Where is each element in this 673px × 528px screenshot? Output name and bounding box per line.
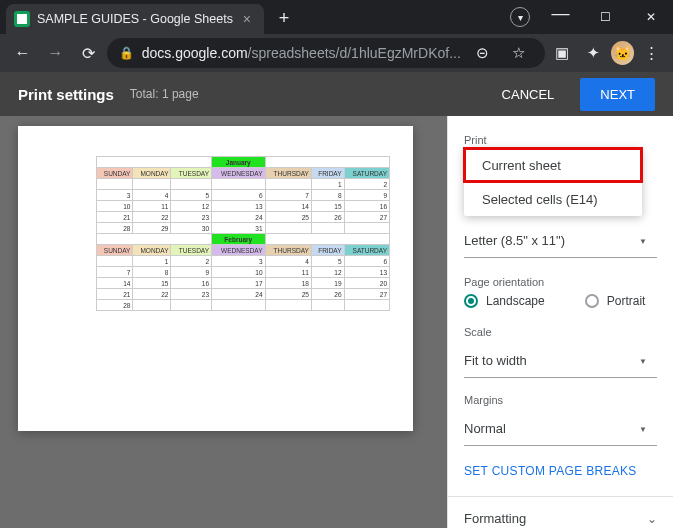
back-button[interactable]: ← bbox=[8, 38, 37, 68]
address-bar: ← → ⟳ 🔒 docs.google.com/spreadsheets/d/1… bbox=[0, 34, 673, 72]
orientation-label: Page orientation bbox=[464, 276, 657, 288]
menu-icon[interactable]: ⋮ bbox=[638, 39, 665, 67]
margins-label: Margins bbox=[464, 394, 657, 406]
set-custom-page-breaks-link[interactable]: SET CUSTOM PAGE BREAKS bbox=[464, 464, 657, 478]
preview-page: January SUNDAYMONDAYTUESDAYWEDNESDAYTHUR… bbox=[18, 126, 413, 431]
extensions-icon[interactable]: ✦ bbox=[580, 39, 607, 67]
reading-list-icon[interactable]: ▣ bbox=[549, 39, 576, 67]
browser-tab[interactable]: SAMPLE GUIDES - Google Sheets × bbox=[6, 4, 264, 34]
cancel-button[interactable]: CANCEL bbox=[492, 87, 565, 102]
url-input[interactable]: 🔒 docs.google.com/spreadsheets/d/1hluEgz… bbox=[107, 38, 545, 68]
margins-select[interactable]: Normal ▼ bbox=[464, 412, 657, 446]
main-area: January SUNDAYMONDAYTUESDAYWEDNESDAYTHUR… bbox=[0, 116, 673, 528]
reload-button[interactable]: ⟳ bbox=[74, 38, 103, 68]
window-close-button[interactable]: ✕ bbox=[628, 2, 673, 32]
chevron-down-icon: ▼ bbox=[639, 356, 647, 365]
scale-label: Scale bbox=[464, 326, 657, 338]
landscape-label: Landscape bbox=[486, 294, 545, 308]
scale-value: Fit to width bbox=[464, 353, 527, 368]
radio-unchecked-icon bbox=[585, 294, 599, 308]
preview-sheet-table: January SUNDAYMONDAYTUESDAYWEDNESDAYTHUR… bbox=[96, 156, 390, 311]
orientation-portrait-radio[interactable]: Portrait bbox=[585, 294, 646, 308]
url-text: docs.google.com/spreadsheets/d/1hluEgzMr… bbox=[142, 45, 461, 61]
tab-search-icon[interactable]: ▾ bbox=[510, 7, 530, 27]
print-settings-header: Print settings Total: 1 page CANCEL NEXT bbox=[0, 72, 673, 116]
chevron-down-icon: ▼ bbox=[639, 424, 647, 433]
profile-avatar[interactable]: 🐱 bbox=[611, 41, 634, 65]
formatting-label: Formatting bbox=[464, 511, 526, 526]
paper-size-select[interactable]: Letter (8.5" x 11") ▼ bbox=[464, 224, 657, 258]
print-preview: January SUNDAYMONDAYTUESDAYWEDNESDAYTHUR… bbox=[0, 116, 447, 528]
bookmark-icon[interactable]: ☆ bbox=[505, 39, 533, 67]
window-minimize-button[interactable]: — bbox=[538, 0, 583, 28]
zoom-icon[interactable]: ⊝ bbox=[469, 39, 497, 67]
print-target-dropdown: Current sheet Selected cells (E14) bbox=[464, 148, 642, 216]
forward-button[interactable]: → bbox=[41, 38, 70, 68]
print-sidebar: Print Current sheet Selected cells (E14)… bbox=[447, 116, 673, 528]
window-controls: ▾ — ☐ ✕ bbox=[510, 0, 673, 34]
lock-icon: 🔒 bbox=[119, 46, 134, 60]
formatting-accordion[interactable]: Formatting ⌄ bbox=[448, 496, 673, 528]
browser-titlebar: SAMPLE GUIDES - Google Sheets × + ▾ — ☐ … bbox=[0, 0, 673, 34]
scale-select[interactable]: Fit to width ▼ bbox=[464, 344, 657, 378]
print-option-selected-cells[interactable]: Selected cells (E14) bbox=[464, 182, 642, 216]
close-tab-icon[interactable]: × bbox=[240, 12, 254, 26]
portrait-label: Portrait bbox=[607, 294, 646, 308]
chevron-down-icon: ⌄ bbox=[647, 512, 657, 526]
chevron-down-icon: ▼ bbox=[639, 236, 647, 245]
page-count: Total: 1 page bbox=[130, 87, 199, 101]
new-tab-button[interactable]: + bbox=[270, 4, 298, 32]
orientation-landscape-radio[interactable]: Landscape bbox=[464, 294, 545, 308]
page-title: Print settings bbox=[18, 86, 114, 103]
sheets-favicon-icon bbox=[14, 11, 30, 27]
print-section-label: Print bbox=[464, 134, 657, 146]
paper-size-value: Letter (8.5" x 11") bbox=[464, 233, 565, 248]
next-button[interactable]: NEXT bbox=[580, 78, 655, 111]
radio-checked-icon bbox=[464, 294, 478, 308]
window-maximize-button[interactable]: ☐ bbox=[583, 2, 628, 32]
margins-value: Normal bbox=[464, 421, 506, 436]
tab-title: SAMPLE GUIDES - Google Sheets bbox=[37, 12, 233, 26]
print-option-current-sheet[interactable]: Current sheet bbox=[464, 148, 642, 182]
